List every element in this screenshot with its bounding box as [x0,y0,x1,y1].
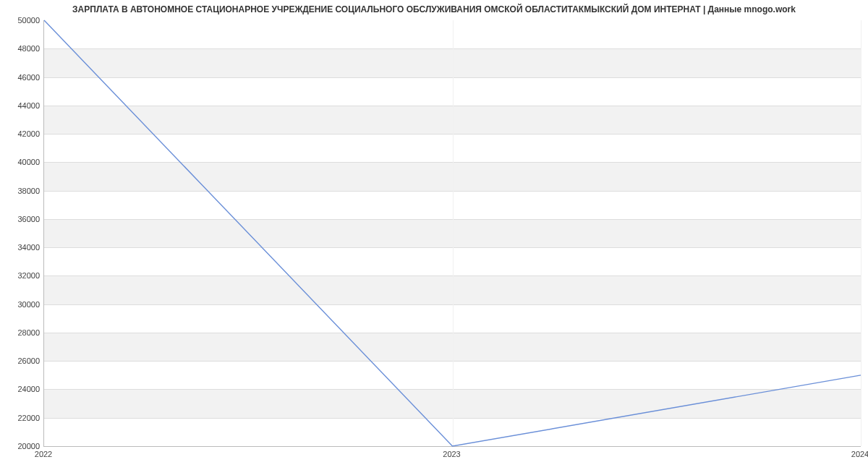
chart-title: ЗАРПЛАТА В АВТОНОМНОЕ СТАЦИОНАРНОЕ УЧРЕЖ… [0,4,868,14]
y-tick-label: 38000 [4,187,40,195]
y-tick-label: 40000 [4,158,40,166]
y-tick-label: 22000 [4,414,40,422]
y-tick-label: 32000 [4,271,40,280]
x-gridline [861,20,861,446]
y-tick-label: 24000 [4,385,40,393]
y-tick-label: 30000 [4,300,40,309]
y-tick-label: 28000 [4,328,40,337]
line-layer [44,20,861,446]
y-tick-label: 34000 [4,243,40,252]
x-tick-label: 2022 [35,450,52,458]
y-tick-label: 36000 [4,215,40,223]
plot-area [43,20,861,447]
y-tick-label: 42000 [4,129,40,138]
y-tick-label: 26000 [4,356,40,365]
y-tick-label: 48000 [4,44,40,53]
chart-container: ЗАРПЛАТА В АВТОНОМНОЕ СТАЦИОНАРНОЕ УЧРЕЖ… [0,0,868,470]
x-tick-label: 2023 [443,450,460,458]
y-tick-label: 50000 [4,16,40,25]
y-tick-label: 44000 [4,101,40,110]
y-tick-label: 46000 [4,73,40,82]
x-tick-label: 2024 [851,450,868,458]
series-line [44,20,861,446]
